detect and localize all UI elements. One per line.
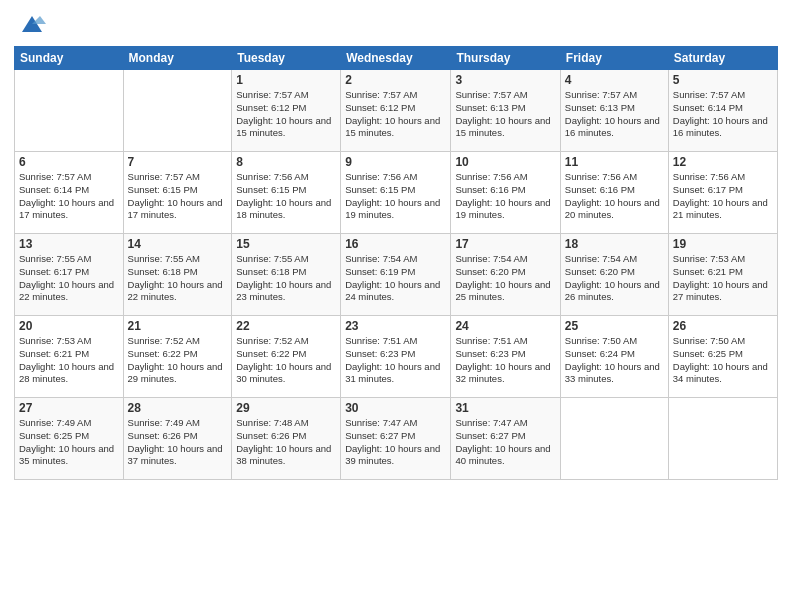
day-number: 4 bbox=[565, 73, 664, 87]
page: SundayMondayTuesdayWednesdayThursdayFrid… bbox=[0, 0, 792, 612]
day-cell: 7Sunrise: 7:57 AM Sunset: 6:15 PM Daylig… bbox=[123, 152, 232, 234]
day-cell: 31Sunrise: 7:47 AM Sunset: 6:27 PM Dayli… bbox=[451, 398, 560, 480]
day-info: Sunrise: 7:52 AM Sunset: 6:22 PM Dayligh… bbox=[128, 335, 228, 386]
day-number: 16 bbox=[345, 237, 446, 251]
day-cell: 30Sunrise: 7:47 AM Sunset: 6:27 PM Dayli… bbox=[341, 398, 451, 480]
weekday-header-saturday: Saturday bbox=[668, 47, 777, 70]
day-number: 24 bbox=[455, 319, 555, 333]
day-number: 20 bbox=[19, 319, 119, 333]
day-cell bbox=[668, 398, 777, 480]
logo bbox=[14, 10, 46, 38]
day-info: Sunrise: 7:54 AM Sunset: 6:20 PM Dayligh… bbox=[565, 253, 664, 304]
day-cell: 27Sunrise: 7:49 AM Sunset: 6:25 PM Dayli… bbox=[15, 398, 124, 480]
day-info: Sunrise: 7:51 AM Sunset: 6:23 PM Dayligh… bbox=[455, 335, 555, 386]
day-cell: 23Sunrise: 7:51 AM Sunset: 6:23 PM Dayli… bbox=[341, 316, 451, 398]
day-cell: 13Sunrise: 7:55 AM Sunset: 6:17 PM Dayli… bbox=[15, 234, 124, 316]
day-cell: 16Sunrise: 7:54 AM Sunset: 6:19 PM Dayli… bbox=[341, 234, 451, 316]
day-info: Sunrise: 7:56 AM Sunset: 6:16 PM Dayligh… bbox=[565, 171, 664, 222]
day-number: 17 bbox=[455, 237, 555, 251]
day-cell bbox=[560, 398, 668, 480]
day-info: Sunrise: 7:50 AM Sunset: 6:24 PM Dayligh… bbox=[565, 335, 664, 386]
day-cell: 21Sunrise: 7:52 AM Sunset: 6:22 PM Dayli… bbox=[123, 316, 232, 398]
day-number: 18 bbox=[565, 237, 664, 251]
weekday-header-friday: Friday bbox=[560, 47, 668, 70]
day-cell: 22Sunrise: 7:52 AM Sunset: 6:22 PM Dayli… bbox=[232, 316, 341, 398]
day-info: Sunrise: 7:49 AM Sunset: 6:25 PM Dayligh… bbox=[19, 417, 119, 468]
day-info: Sunrise: 7:47 AM Sunset: 6:27 PM Dayligh… bbox=[455, 417, 555, 468]
day-cell: 11Sunrise: 7:56 AM Sunset: 6:16 PM Dayli… bbox=[560, 152, 668, 234]
weekday-header-monday: Monday bbox=[123, 47, 232, 70]
day-info: Sunrise: 7:56 AM Sunset: 6:15 PM Dayligh… bbox=[345, 171, 446, 222]
day-number: 14 bbox=[128, 237, 228, 251]
day-cell: 8Sunrise: 7:56 AM Sunset: 6:15 PM Daylig… bbox=[232, 152, 341, 234]
day-cell: 15Sunrise: 7:55 AM Sunset: 6:18 PM Dayli… bbox=[232, 234, 341, 316]
day-number: 19 bbox=[673, 237, 773, 251]
day-cell: 18Sunrise: 7:54 AM Sunset: 6:20 PM Dayli… bbox=[560, 234, 668, 316]
day-info: Sunrise: 7:57 AM Sunset: 6:12 PM Dayligh… bbox=[236, 89, 336, 140]
day-info: Sunrise: 7:54 AM Sunset: 6:20 PM Dayligh… bbox=[455, 253, 555, 304]
day-number: 10 bbox=[455, 155, 555, 169]
day-cell: 19Sunrise: 7:53 AM Sunset: 6:21 PM Dayli… bbox=[668, 234, 777, 316]
weekday-header-wednesday: Wednesday bbox=[341, 47, 451, 70]
day-cell: 3Sunrise: 7:57 AM Sunset: 6:13 PM Daylig… bbox=[451, 70, 560, 152]
day-number: 8 bbox=[236, 155, 336, 169]
day-number: 29 bbox=[236, 401, 336, 415]
day-number: 11 bbox=[565, 155, 664, 169]
day-number: 15 bbox=[236, 237, 336, 251]
day-info: Sunrise: 7:49 AM Sunset: 6:26 PM Dayligh… bbox=[128, 417, 228, 468]
day-cell: 9Sunrise: 7:56 AM Sunset: 6:15 PM Daylig… bbox=[341, 152, 451, 234]
day-cell: 20Sunrise: 7:53 AM Sunset: 6:21 PM Dayli… bbox=[15, 316, 124, 398]
weekday-header-thursday: Thursday bbox=[451, 47, 560, 70]
day-info: Sunrise: 7:55 AM Sunset: 6:17 PM Dayligh… bbox=[19, 253, 119, 304]
day-number: 22 bbox=[236, 319, 336, 333]
day-number: 26 bbox=[673, 319, 773, 333]
day-number: 23 bbox=[345, 319, 446, 333]
day-cell: 26Sunrise: 7:50 AM Sunset: 6:25 PM Dayli… bbox=[668, 316, 777, 398]
week-row-3: 13Sunrise: 7:55 AM Sunset: 6:17 PM Dayli… bbox=[15, 234, 778, 316]
day-info: Sunrise: 7:57 AM Sunset: 6:13 PM Dayligh… bbox=[565, 89, 664, 140]
day-info: Sunrise: 7:57 AM Sunset: 6:12 PM Dayligh… bbox=[345, 89, 446, 140]
day-info: Sunrise: 7:57 AM Sunset: 6:13 PM Dayligh… bbox=[455, 89, 555, 140]
day-cell: 14Sunrise: 7:55 AM Sunset: 6:18 PM Dayli… bbox=[123, 234, 232, 316]
day-info: Sunrise: 7:56 AM Sunset: 6:16 PM Dayligh… bbox=[455, 171, 555, 222]
weekday-header-sunday: Sunday bbox=[15, 47, 124, 70]
header bbox=[14, 10, 778, 38]
day-info: Sunrise: 7:54 AM Sunset: 6:19 PM Dayligh… bbox=[345, 253, 446, 304]
day-cell: 10Sunrise: 7:56 AM Sunset: 6:16 PM Dayli… bbox=[451, 152, 560, 234]
day-info: Sunrise: 7:53 AM Sunset: 6:21 PM Dayligh… bbox=[673, 253, 773, 304]
day-info: Sunrise: 7:57 AM Sunset: 6:14 PM Dayligh… bbox=[19, 171, 119, 222]
day-number: 31 bbox=[455, 401, 555, 415]
day-number: 13 bbox=[19, 237, 119, 251]
day-number: 27 bbox=[19, 401, 119, 415]
day-cell: 24Sunrise: 7:51 AM Sunset: 6:23 PM Dayli… bbox=[451, 316, 560, 398]
week-row-5: 27Sunrise: 7:49 AM Sunset: 6:25 PM Dayli… bbox=[15, 398, 778, 480]
day-info: Sunrise: 7:47 AM Sunset: 6:27 PM Dayligh… bbox=[345, 417, 446, 468]
day-cell: 1Sunrise: 7:57 AM Sunset: 6:12 PM Daylig… bbox=[232, 70, 341, 152]
day-info: Sunrise: 7:51 AM Sunset: 6:23 PM Dayligh… bbox=[345, 335, 446, 386]
day-cell: 25Sunrise: 7:50 AM Sunset: 6:24 PM Dayli… bbox=[560, 316, 668, 398]
day-cell bbox=[123, 70, 232, 152]
calendar-table: SundayMondayTuesdayWednesdayThursdayFrid… bbox=[14, 46, 778, 480]
day-number: 2 bbox=[345, 73, 446, 87]
day-cell: 17Sunrise: 7:54 AM Sunset: 6:20 PM Dayli… bbox=[451, 234, 560, 316]
week-row-1: 1Sunrise: 7:57 AM Sunset: 6:12 PM Daylig… bbox=[15, 70, 778, 152]
day-number: 21 bbox=[128, 319, 228, 333]
day-info: Sunrise: 7:55 AM Sunset: 6:18 PM Dayligh… bbox=[128, 253, 228, 304]
day-cell: 4Sunrise: 7:57 AM Sunset: 6:13 PM Daylig… bbox=[560, 70, 668, 152]
day-cell: 6Sunrise: 7:57 AM Sunset: 6:14 PM Daylig… bbox=[15, 152, 124, 234]
day-info: Sunrise: 7:52 AM Sunset: 6:22 PM Dayligh… bbox=[236, 335, 336, 386]
day-number: 1 bbox=[236, 73, 336, 87]
day-number: 6 bbox=[19, 155, 119, 169]
day-cell: 29Sunrise: 7:48 AM Sunset: 6:26 PM Dayli… bbox=[232, 398, 341, 480]
day-cell bbox=[15, 70, 124, 152]
day-info: Sunrise: 7:50 AM Sunset: 6:25 PM Dayligh… bbox=[673, 335, 773, 386]
weekday-header-tuesday: Tuesday bbox=[232, 47, 341, 70]
day-number: 9 bbox=[345, 155, 446, 169]
day-number: 28 bbox=[128, 401, 228, 415]
day-info: Sunrise: 7:53 AM Sunset: 6:21 PM Dayligh… bbox=[19, 335, 119, 386]
day-number: 7 bbox=[128, 155, 228, 169]
day-info: Sunrise: 7:57 AM Sunset: 6:15 PM Dayligh… bbox=[128, 171, 228, 222]
day-cell: 5Sunrise: 7:57 AM Sunset: 6:14 PM Daylig… bbox=[668, 70, 777, 152]
day-info: Sunrise: 7:56 AM Sunset: 6:15 PM Dayligh… bbox=[236, 171, 336, 222]
day-cell: 12Sunrise: 7:56 AM Sunset: 6:17 PM Dayli… bbox=[668, 152, 777, 234]
